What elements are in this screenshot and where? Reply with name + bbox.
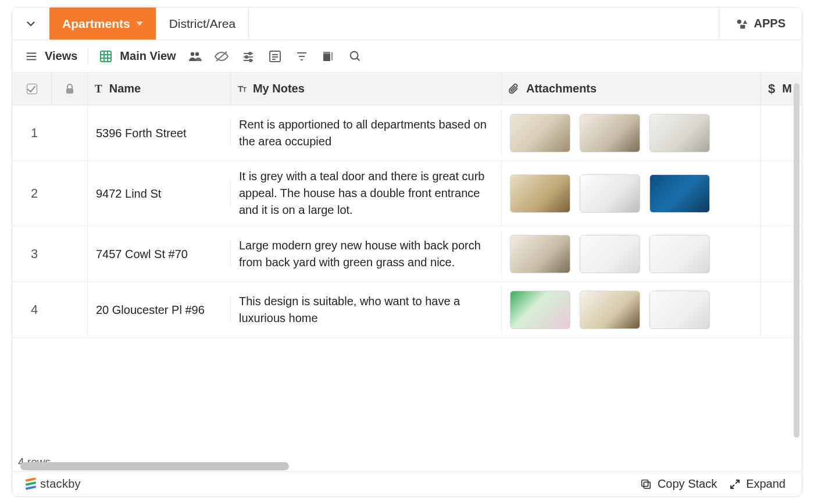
cell-attachments[interactable] bbox=[502, 161, 761, 226]
tab-label: Apartments bbox=[62, 17, 130, 31]
cell-name[interactable]: 7457 Cowl St #70 bbox=[88, 240, 231, 268]
cell-notes[interactable]: It is grey with a teal door and there is… bbox=[231, 161, 502, 226]
brand[interactable]: stackby bbox=[25, 477, 81, 491]
row-number-cell[interactable]: 2 bbox=[12, 161, 88, 226]
svg-rect-35 bbox=[26, 485, 36, 490]
svg-rect-2 bbox=[740, 24, 745, 28]
select-all-cell[interactable] bbox=[12, 73, 52, 105]
cell-value: It is grey with a teal door and there is… bbox=[239, 170, 484, 216]
current-view[interactable]: Main View bbox=[99, 49, 176, 63]
attachment-thumbnail[interactable] bbox=[649, 114, 710, 152]
customize-button[interactable] bbox=[240, 48, 256, 65]
views-menu[interactable]: Views bbox=[25, 49, 77, 63]
svg-point-18 bbox=[245, 56, 248, 58]
expand-tabs-chevron[interactable] bbox=[12, 8, 49, 40]
column-header-attachments[interactable]: Attachments bbox=[502, 73, 761, 105]
svg-point-11 bbox=[190, 52, 194, 55]
copy-icon bbox=[640, 478, 652, 490]
eye-off-icon bbox=[214, 51, 229, 62]
cell-name[interactable]: 5396 Forth Street bbox=[88, 119, 231, 147]
cell-notes[interactable]: Rent is apportioned to all departments b… bbox=[231, 109, 502, 157]
long-text-type-icon: TT bbox=[238, 84, 246, 94]
row-number: 1 bbox=[31, 126, 38, 141]
paperclip-icon bbox=[509, 83, 519, 95]
cell-value: 7457 Cowl St #70 bbox=[96, 248, 188, 260]
attachment-thumbnail[interactable] bbox=[580, 114, 640, 152]
attachment-thumbnail[interactable] bbox=[510, 235, 570, 273]
grid: T Name TT My Notes Attachments $ M bbox=[12, 73, 802, 471]
lock-column[interactable] bbox=[52, 73, 88, 105]
attachment-thumbnail[interactable] bbox=[510, 174, 570, 213]
table-tabs: Apartments District/Area APPS bbox=[12, 8, 802, 40]
text-type-icon: T bbox=[95, 83, 102, 95]
svg-rect-36 bbox=[644, 482, 650, 488]
row-number-cell[interactable]: 3 bbox=[12, 226, 88, 281]
attachment-thumbnail[interactable] bbox=[510, 114, 570, 152]
svg-rect-28 bbox=[323, 52, 330, 54]
row-number-cell[interactable]: 1 bbox=[12, 105, 88, 160]
cell-name[interactable]: 9472 Lind St bbox=[88, 179, 231, 208]
column-header-name[interactable]: T Name bbox=[88, 73, 231, 105]
hide-fields-button[interactable] bbox=[213, 48, 230, 65]
row-height-button[interactable] bbox=[320, 48, 337, 65]
copy-stack-button[interactable]: Copy Stack bbox=[637, 475, 720, 493]
group-button[interactable] bbox=[267, 48, 283, 65]
brand-label: stackby bbox=[40, 477, 81, 491]
currency-type-icon: $ bbox=[768, 81, 775, 96]
filter-icon bbox=[295, 50, 308, 63]
column-label: Attachments bbox=[526, 82, 597, 95]
apps-button[interactable]: APPS bbox=[719, 8, 802, 40]
horizontal-scrollbar[interactable] bbox=[12, 462, 297, 471]
button-label: Expand bbox=[746, 477, 786, 491]
svg-point-30 bbox=[350, 51, 358, 59]
cell-attachments[interactable] bbox=[502, 282, 761, 337]
row-height-icon bbox=[322, 50, 335, 63]
attachment-thumbnail[interactable] bbox=[580, 291, 640, 329]
expand-icon bbox=[730, 479, 740, 489]
expand-button[interactable]: Expand bbox=[726, 475, 789, 493]
attachment-thumbnail[interactable] bbox=[580, 174, 640, 213]
svg-point-17 bbox=[249, 52, 251, 55]
cell-notes[interactable]: Large modern grey new house with back po… bbox=[231, 230, 502, 278]
grid-body: 1 5396 Forth Street Rent is apportioned … bbox=[12, 105, 802, 471]
checkbox-icon bbox=[27, 84, 37, 94]
table-row[interactable]: 2 9472 Lind St It is grey with a teal do… bbox=[12, 161, 802, 226]
column-header-row: T Name TT My Notes Attachments $ M bbox=[12, 73, 802, 105]
search-button[interactable] bbox=[347, 48, 363, 65]
svg-point-19 bbox=[249, 59, 252, 62]
collaborators-button[interactable] bbox=[187, 48, 203, 65]
view-toolbar: Views Main View bbox=[12, 40, 802, 73]
apps-button-label: APPS bbox=[754, 17, 786, 30]
button-label: Copy Stack bbox=[658, 477, 717, 491]
filter-button[interactable] bbox=[294, 48, 310, 65]
cell-attachments[interactable] bbox=[502, 226, 761, 281]
attachment-thumbnail[interactable] bbox=[649, 174, 710, 213]
row-number: 2 bbox=[31, 186, 38, 201]
svg-rect-32 bbox=[66, 88, 73, 94]
svg-line-31 bbox=[356, 58, 359, 60]
table-row[interactable]: 1 5396 Forth Street Rent is apportioned … bbox=[12, 105, 802, 161]
sliders-icon bbox=[242, 50, 255, 63]
column-header-notes[interactable]: TT My Notes bbox=[231, 73, 502, 105]
attachment-thumbnail[interactable] bbox=[649, 291, 710, 329]
table-row[interactable]: 4 20 Gloucester Pl #96 This design is su… bbox=[12, 282, 802, 338]
tab-apartments[interactable]: Apartments bbox=[49, 8, 156, 40]
attachment-thumbnail[interactable] bbox=[580, 235, 640, 273]
people-icon bbox=[188, 51, 202, 62]
attachment-thumbnail[interactable] bbox=[649, 235, 710, 273]
svg-point-12 bbox=[195, 52, 198, 55]
attachment-thumbnail[interactable] bbox=[510, 291, 570, 329]
cell-name[interactable]: 20 Gloucester Pl #96 bbox=[88, 295, 231, 324]
scrollbar-thumb[interactable] bbox=[20, 462, 289, 470]
row-number-cell[interactable]: 4 bbox=[12, 282, 88, 337]
cell-value: This design is suitable, who want to hav… bbox=[239, 295, 460, 324]
cell-attachments[interactable] bbox=[502, 105, 761, 160]
list-box-icon bbox=[269, 50, 281, 63]
vertical-scrollbar[interactable] bbox=[794, 83, 799, 438]
tab-district-area[interactable]: District/Area bbox=[156, 8, 249, 40]
cell-notes[interactable]: This design is suitable, who want to hav… bbox=[231, 286, 502, 334]
lock-icon bbox=[65, 84, 74, 94]
table-row[interactable]: 3 7457 Cowl St #70 Large modern grey new… bbox=[12, 226, 802, 282]
cell-value: 20 Gloucester Pl #96 bbox=[96, 303, 205, 316]
shapes-icon bbox=[736, 17, 748, 30]
